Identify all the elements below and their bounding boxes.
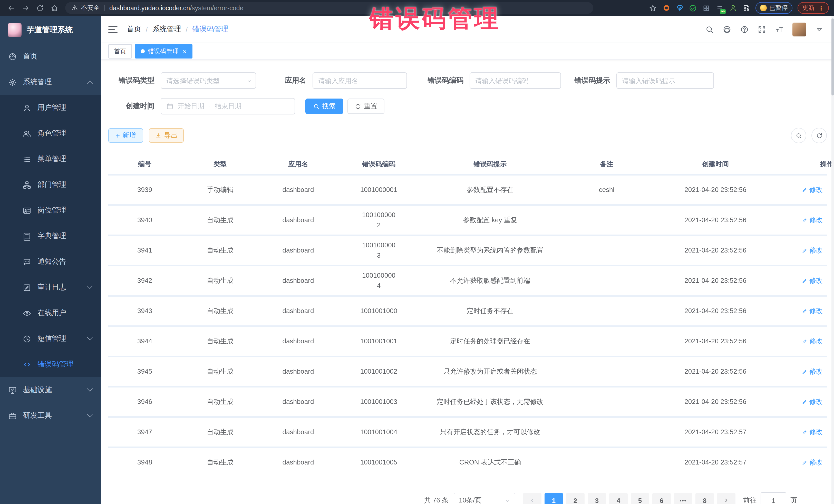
sidebar-item-eye[interactable]: 在线用户 [0, 300, 101, 326]
menu-item-label: 首页 [23, 52, 38, 61]
goto-page-input[interactable] [761, 492, 786, 504]
extension-icon[interactable] [675, 4, 684, 12]
page-button[interactable]: 2 [566, 493, 585, 504]
avatar-caret-icon[interactable] [815, 25, 824, 34]
tag-view-tab[interactable]: 错误码管理 × [135, 44, 192, 59]
prev-page-button[interactable] [523, 493, 542, 504]
sidebar-item-list[interactable]: 菜单管理 [0, 146, 101, 172]
edit-link[interactable]: 修改 [802, 276, 823, 286]
help-icon[interactable] [740, 25, 749, 34]
edit-link[interactable]: 修改 [802, 367, 823, 377]
breadcrumb-home[interactable]: 首页 [127, 25, 141, 34]
close-icon[interactable]: × [183, 48, 186, 54]
browser-back-icon[interactable] [7, 4, 15, 12]
next-page-button[interactable] [717, 493, 736, 504]
bookmark-star-icon[interactable] [649, 4, 657, 12]
page-button[interactable]: 3 [588, 493, 606, 504]
fullscreen-icon[interactable] [758, 25, 766, 34]
url-path: /system/error-code [190, 4, 243, 12]
screen: 不安全 dashboard.yudao.iocoder.cn/system/er… [0, 0, 834, 504]
cell-id: 3939 [137, 185, 152, 195]
sidebar-item-badge[interactable]: 岗位管理 [0, 198, 101, 223]
profile-paused-chip[interactable]: 已暂停 [755, 2, 792, 14]
edit-link[interactable]: 修改 [802, 457, 823, 467]
page-button[interactable]: 6 [652, 493, 671, 504]
edit-link[interactable]: 修改 [802, 427, 823, 437]
edit-link[interactable]: 修改 [802, 185, 823, 195]
cell-code: 1001001005 [360, 457, 397, 467]
refresh-table-button[interactable] [811, 128, 827, 143]
app-logo: 芋道管理系统 [0, 16, 101, 44]
sidebar-item-gear[interactable]: 系统管理 [0, 69, 101, 95]
search-button[interactable]: 搜索 [305, 98, 343, 114]
font-size-icon[interactable] [775, 25, 784, 34]
menu-item-icon [23, 104, 31, 112]
breadcrumb-system[interactable]: 系统管理 [152, 25, 181, 34]
browser-update-button[interactable]: 更新 ⋮ [797, 2, 829, 14]
extension-icon[interactable]: on [716, 4, 724, 12]
sidebar-item-users[interactable]: 角色管理 [0, 120, 101, 146]
edit-link[interactable]: 修改 [802, 245, 823, 256]
user-avatar[interactable] [792, 22, 806, 36]
sidebar-item-log[interactable]: 审计日志 [0, 275, 101, 300]
page-scrollbar[interactable] [831, 16, 834, 504]
sidebar-item-book[interactable]: 字典管理 [0, 223, 101, 249]
kebab-menu-icon[interactable]: ⋮ [818, 4, 824, 12]
sidebar-item-tool[interactable]: 研发工具 [0, 403, 101, 429]
extensions-puzzle-icon[interactable] [742, 4, 750, 12]
extension-icon[interactable] [662, 4, 670, 12]
edit-link[interactable]: 修改 [802, 306, 823, 316]
sidebar-item-monitor[interactable]: 基础设施 [0, 377, 101, 403]
extension-icon[interactable] [729, 4, 737, 12]
sidebar-item-sms[interactable]: 短信管理 [0, 326, 101, 352]
extension-icon[interactable] [702, 4, 710, 12]
chevron-icon [87, 334, 93, 340]
start-date-placeholder[interactable]: 开始日期 [178, 102, 204, 111]
breadcrumb-current: 错误码管理 [193, 25, 228, 34]
edit-link[interactable]: 修改 [802, 336, 823, 346]
page-button[interactable]: 5 [631, 493, 649, 504]
date-range-picker[interactable]: 开始日期 - 结束日期 [161, 98, 295, 114]
table-row: 3941 自动生成 dashboard 1001000003 不能删除类型为系统… [108, 235, 827, 265]
col-hint: 错误码提示 [420, 159, 560, 169]
sidebar-item-code[interactable]: 错误码管理 [0, 352, 101, 377]
edit-link[interactable]: 修改 [802, 215, 823, 225]
error-type-select[interactable] [161, 72, 256, 89]
browser-forward-icon[interactable] [22, 4, 30, 12]
sidebar-item-user[interactable]: 用户管理 [0, 95, 101, 120]
edit-link[interactable]: 修改 [802, 397, 823, 407]
search-icon [313, 103, 320, 110]
extension-icon[interactable] [689, 4, 697, 12]
page-button[interactable]: 1 [545, 493, 563, 504]
browser-reload-icon[interactable] [36, 4, 44, 12]
app-name-input[interactable] [312, 72, 407, 89]
github-icon[interactable] [723, 25, 731, 34]
scrollbar-thumb[interactable] [831, 19, 834, 95]
cell-hint: 参数配置 key 重复 [463, 215, 517, 225]
more-pages-button[interactable]: ••• [674, 493, 692, 504]
sidebar-item-gauge[interactable]: 首页 [0, 44, 101, 69]
chevron-down-icon [505, 498, 510, 503]
add-button[interactable]: + 新增 [108, 128, 143, 143]
tag-view-tab[interactable]: 首页 [108, 44, 132, 59]
cell-code: 1001001000 [360, 306, 397, 316]
page-button[interactable]: 4 [609, 493, 628, 504]
error-hint-input[interactable] [616, 72, 714, 89]
active-dot-icon [140, 49, 145, 53]
menu-item-icon [23, 129, 31, 138]
col-app: 应用名 [259, 159, 337, 169]
search-icon[interactable] [705, 25, 714, 34]
export-button[interactable]: 导出 [149, 128, 184, 143]
end-date-placeholder[interactable]: 结束日期 [215, 102, 241, 111]
address-bar[interactable]: 不安全 dashboard.yudao.iocoder.cn/system/er… [65, 2, 593, 14]
page-size-select[interactable]: 10条/页 [454, 493, 515, 504]
browser-home-icon[interactable] [50, 4, 59, 12]
error-code-input[interactable] [469, 72, 561, 89]
sidebar-item-chat[interactable]: 通知公告 [0, 249, 101, 275]
reset-button[interactable]: 重置 [348, 98, 385, 114]
sidebar-item-tree[interactable]: 部门管理 [0, 172, 101, 198]
sidebar-toggle-icon[interactable] [108, 26, 117, 33]
show-search-button[interactable] [791, 128, 806, 143]
page-button[interactable]: 8 [696, 493, 714, 504]
page-buttons: 123456•••8 [543, 493, 716, 504]
